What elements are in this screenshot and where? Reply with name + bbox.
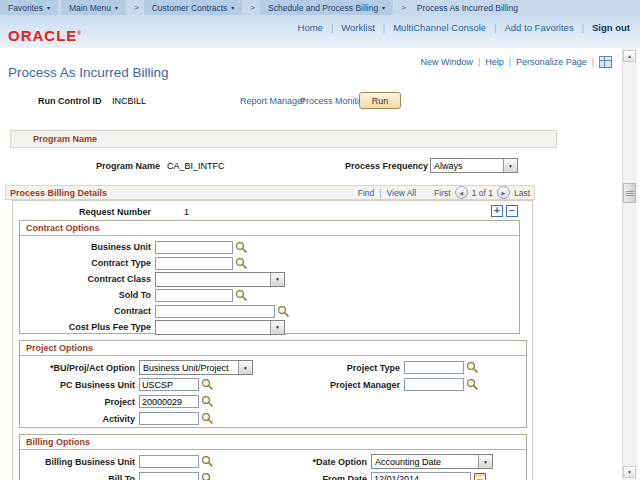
date-option-select[interactable]: Accounting Date ▼ bbox=[371, 454, 493, 469]
activity-input[interactable] bbox=[139, 412, 199, 425]
project-manager-label: Project Manager bbox=[206, 380, 400, 390]
lookup-icon[interactable] bbox=[201, 395, 214, 408]
project-input[interactable] bbox=[139, 395, 199, 408]
billing-options-title: Billing Options bbox=[20, 435, 526, 450]
section-title: Process Billing Details bbox=[10, 188, 107, 198]
separator: | bbox=[478, 57, 480, 67]
business-unit-label: Business Unit bbox=[20, 242, 151, 252]
dropdown-arrow-icon: ▾ bbox=[382, 4, 385, 11]
registered-mark: ® bbox=[77, 30, 82, 36]
dropdown-arrow-icon: ▾ bbox=[115, 4, 118, 11]
breadcrumb-item-schedule-and-process-billing[interactable]: Schedule and Process Billing ▾ bbox=[260, 0, 394, 15]
calendar-icon[interactable]: 31 bbox=[474, 472, 486, 480]
help-link[interactable]: Help bbox=[485, 57, 504, 67]
right-field: From Date 31 bbox=[180, 470, 486, 480]
row-position: 1 of 1 bbox=[472, 188, 493, 198]
scroll-down-icon[interactable]: ▼ bbox=[623, 466, 636, 478]
pc-business-unit-input[interactable] bbox=[139, 378, 199, 391]
personalize-layout-icon[interactable] bbox=[599, 56, 612, 68]
right-field: *Date Option Accounting Date ▼ bbox=[180, 453, 493, 470]
contract-type-input[interactable] bbox=[155, 257, 233, 270]
field-row: Contract bbox=[20, 303, 519, 319]
breadcrumb-item-main-menu[interactable]: Main Menu ▾ bbox=[61, 0, 127, 15]
next-row-icon[interactable]: ▶ bbox=[497, 186, 510, 199]
project-type-input[interactable] bbox=[404, 361, 464, 374]
lookup-icon[interactable] bbox=[235, 289, 248, 302]
breadcrumb-separator-icon: > bbox=[401, 3, 406, 12]
process-billing-details-section-header: Process Billing Details Find | View All … bbox=[5, 185, 535, 200]
home-link[interactable]: Home bbox=[298, 22, 323, 33]
from-date-label: From Date bbox=[180, 474, 367, 480]
sign-out-link[interactable]: Sign out bbox=[592, 22, 630, 33]
worklist-link[interactable]: Worklist bbox=[341, 22, 375, 33]
page-title: Process As Incurred Billing bbox=[8, 65, 169, 80]
scroll-up-icon[interactable]: ▲ bbox=[623, 50, 636, 62]
scrollbar-thumb[interactable] bbox=[623, 183, 636, 203]
oracle-logo: ORACLE® bbox=[8, 27, 82, 44]
request-number-label: Request Number bbox=[13, 207, 151, 217]
lookup-icon[interactable] bbox=[466, 378, 479, 391]
project-manager-input[interactable] bbox=[404, 378, 464, 391]
from-date-input[interactable] bbox=[371, 472, 471, 480]
contract-options-groupbox: Contract Options Business Unit Contract … bbox=[19, 220, 520, 334]
add-row-button[interactable]: + bbox=[491, 205, 503, 217]
bu-proj-act-option-label: *BU/Proj/Act Option bbox=[20, 363, 135, 373]
breadcrumb-label: Favorites bbox=[8, 3, 43, 13]
contract-options-title: Contract Options bbox=[20, 221, 519, 236]
field-row: Billing Business Unit *Date Option Accou… bbox=[20, 453, 526, 470]
process-frequency-select[interactable]: Always ▼ bbox=[430, 158, 518, 173]
field-row: Bill To From Date 31 bbox=[20, 470, 526, 480]
date-option-label: *Date Option bbox=[180, 457, 367, 467]
activity-label: Activity bbox=[20, 414, 135, 424]
cost-plus-fee-type-select[interactable]: ▼ bbox=[155, 320, 285, 335]
project-label: Project bbox=[20, 397, 135, 407]
dropdown-arrow-icon: ▾ bbox=[231, 4, 234, 11]
selected-value: Accounting Date bbox=[372, 457, 478, 467]
breadcrumb-item-current-page: Process As Incurred Billing bbox=[411, 3, 524, 13]
personalize-page-link[interactable]: Personalize Page bbox=[516, 57, 587, 67]
report-manager-link[interactable]: Report Manager bbox=[240, 96, 305, 106]
field-row: Project bbox=[20, 393, 526, 410]
breadcrumb-item-customer-contracts[interactable]: Customer Contracts ▾ bbox=[144, 0, 244, 15]
section-title: Program Name bbox=[33, 134, 97, 144]
field-row: Activity bbox=[20, 410, 526, 427]
sold-to-label: Sold To bbox=[20, 290, 151, 300]
breadcrumb-item-favorites[interactable]: Favorites ▾ bbox=[0, 0, 59, 15]
view-all-link[interactable]: View All bbox=[387, 188, 417, 198]
lookup-icon[interactable] bbox=[235, 241, 248, 254]
right-field: Project Type bbox=[206, 359, 479, 376]
run-control-id-label: Run Control ID bbox=[38, 96, 102, 106]
contract-class-select[interactable]: ▼ bbox=[155, 272, 285, 287]
add-to-favorites-link[interactable]: Add to Favorites bbox=[504, 22, 573, 33]
multichannel-console-link[interactable]: MultiChannel Console bbox=[393, 22, 486, 33]
breadcrumb: Favorites ▾ Main Menu ▾ > Customer Contr… bbox=[0, 0, 640, 16]
new-window-link[interactable]: New Window bbox=[420, 57, 473, 67]
previous-row-icon[interactable]: ◀ bbox=[455, 186, 468, 199]
run-button[interactable]: Run bbox=[359, 92, 401, 109]
row-action-buttons: + − bbox=[491, 205, 518, 217]
find-link[interactable]: Find bbox=[358, 188, 375, 198]
field-row: Contract Class ▼ bbox=[20, 271, 519, 287]
project-options-title: Project Options bbox=[20, 341, 526, 356]
separator: | bbox=[592, 57, 594, 67]
lookup-icon[interactable] bbox=[466, 361, 479, 374]
program-name-label: Program Name bbox=[10, 161, 160, 171]
business-unit-input[interactable] bbox=[155, 241, 233, 254]
breadcrumb-label: Customer Contracts bbox=[152, 3, 228, 13]
breadcrumb-label: Schedule and Process Billing bbox=[268, 3, 378, 13]
process-monitor-link[interactable]: Process Monitor bbox=[300, 96, 365, 106]
dropdown-arrow-icon: ▼ bbox=[478, 455, 492, 468]
separator: | bbox=[331, 23, 333, 33]
lookup-icon[interactable] bbox=[201, 412, 214, 425]
page-action-bar: New Window | Help | Personalize Page | bbox=[420, 56, 612, 68]
contract-input[interactable] bbox=[155, 305, 275, 318]
sold-to-input[interactable] bbox=[155, 289, 233, 302]
delete-row-button[interactable]: − bbox=[506, 205, 518, 217]
field-row: *BU/Proj/Act Option Business Unit/Projec… bbox=[20, 359, 526, 376]
program-name-value: CA_BI_INTFC bbox=[167, 161, 225, 171]
lookup-icon[interactable] bbox=[277, 305, 290, 318]
vertical-scrollbar[interactable] bbox=[622, 48, 637, 480]
project-options-groupbox: Project Options *BU/Proj/Act Option Busi… bbox=[19, 340, 527, 428]
contract-type-label: Contract Type bbox=[20, 258, 151, 268]
lookup-icon[interactable] bbox=[235, 257, 248, 270]
